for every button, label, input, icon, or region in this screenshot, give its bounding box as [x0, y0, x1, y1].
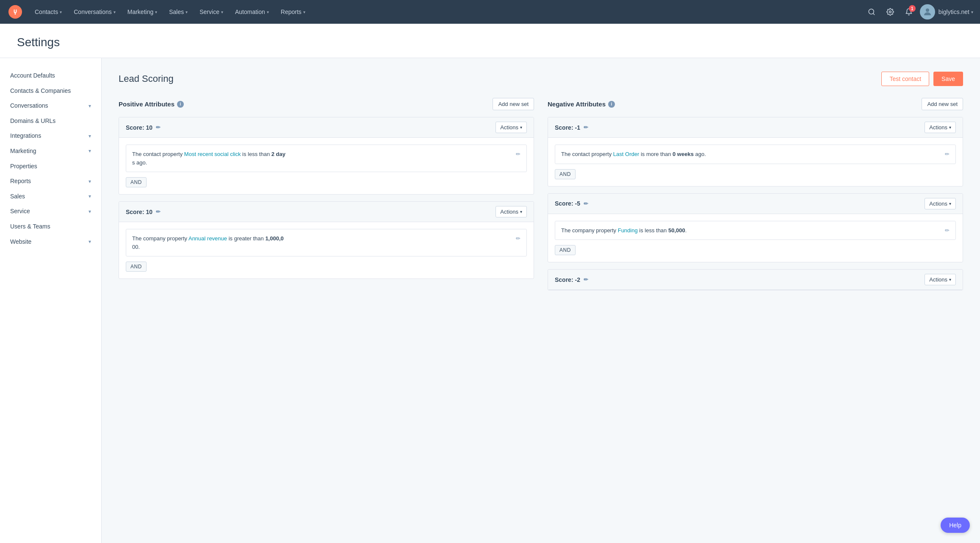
and-button-pos-1[interactable]: AND [126, 177, 147, 187]
chevron-down-icon: ▾ [303, 10, 305, 14]
positive-actions-button-1[interactable]: Actions ▾ [496, 122, 527, 133]
sidebar-item-integrations[interactable]: Integrations ▾ [0, 128, 101, 144]
svg-point-1 [14, 13, 16, 14]
hubspot-logo[interactable] [7, 3, 24, 20]
chevron-down-icon: ▾ [89, 238, 91, 245]
nav-marketing[interactable]: Marketing ▾ [122, 0, 163, 24]
condition-edit-icon-neg-2[interactable]: ✏ [945, 226, 950, 235]
condition-edit-icon-neg-1[interactable]: ✏ [945, 150, 950, 159]
nav-conversations[interactable]: Conversations ▾ [68, 0, 122, 24]
chevron-down-icon: ▾ [89, 148, 91, 155]
condition-edit-icon-pos-2[interactable]: ✏ [516, 234, 520, 243]
svg-point-5 [926, 8, 929, 12]
condition-edit-icon-pos-1[interactable]: ✏ [516, 150, 520, 159]
info-icon-neg[interactable]: i [608, 101, 615, 108]
and-button-neg-2[interactable]: AND [555, 245, 576, 255]
nav-service[interactable]: Service ▾ [194, 0, 229, 24]
svg-point-0 [8, 5, 22, 19]
chevron-down-icon: ▾ [949, 125, 951, 130]
positive-actions-button-2[interactable]: Actions ▾ [496, 206, 527, 217]
positive-score-label-1: Score: 10 ✏ [126, 124, 161, 131]
sidebar-item-account-defaults[interactable]: Account Defaults [0, 68, 101, 84]
settings-sidebar: Account Defaults Contacts & Companies Co… [0, 58, 102, 543]
top-navigation: Contacts ▾ Conversations ▾ Marketing ▾ S… [0, 0, 980, 24]
info-icon[interactable]: i [177, 101, 184, 108]
sidebar-item-conversations[interactable]: Conversations ▾ [0, 98, 101, 114]
negative-add-new-set-button[interactable]: Add new set [922, 98, 963, 110]
neg-score-edit-icon-2[interactable]: ✏ [584, 200, 588, 207]
chevron-down-icon: ▾ [520, 125, 522, 130]
condition-link-pos-2[interactable]: Annual revenue [188, 235, 227, 242]
negative-actions-button-3[interactable]: Actions ▾ [925, 274, 956, 285]
chevron-down-icon: ▾ [520, 209, 522, 214]
sidebar-item-sales[interactable]: Sales ▾ [0, 189, 101, 204]
and-button-pos-2[interactable]: AND [126, 262, 147, 272]
chevron-down-icon: ▾ [89, 208, 91, 215]
chevron-down-icon: ▾ [89, 103, 91, 110]
chevron-down-icon: ▾ [971, 10, 973, 14]
negative-actions-button-1[interactable]: Actions ▾ [925, 122, 956, 133]
page-wrapper: Settings Account Defaults Contacts & Com… [0, 24, 980, 543]
positive-add-new-set-button[interactable]: Add new set [493, 98, 534, 110]
negative-actions-button-2[interactable]: Actions ▾ [925, 198, 956, 209]
negative-attributes-header: Negative Attributes i Add new set [548, 98, 963, 110]
positive-score-card-1-header: Score: 10 ✏ Actions ▾ [119, 117, 534, 138]
chevron-down-icon: ▾ [949, 201, 951, 206]
negative-score-card-1-header: Score: -1 ✏ Actions ▾ [548, 117, 963, 138]
sidebar-item-reports[interactable]: Reports ▾ [0, 174, 101, 189]
sidebar-item-users-teams[interactable]: Users & Teams [0, 219, 101, 234]
notifications-button[interactable]: 1 [901, 4, 916, 19]
user-avatar[interactable] [920, 4, 935, 19]
positive-attributes-title: Positive Attributes i [119, 100, 184, 108]
negative-score-card-3: Score: -2 ✏ Actions ▾ [548, 269, 963, 290]
sidebar-item-website[interactable]: Website ▾ [0, 234, 101, 250]
and-button-neg-1[interactable]: AND [555, 169, 576, 179]
search-button[interactable] [864, 4, 879, 19]
sidebar-item-marketing[interactable]: Marketing ▾ [0, 144, 101, 159]
negative-score-card-1-body: The contact property Last Order is more … [548, 138, 963, 186]
negative-attributes-title: Negative Attributes i [548, 100, 615, 108]
negative-attributes-column: Negative Attributes i Add new set Score:… [548, 98, 963, 297]
chevron-down-icon: ▾ [267, 10, 269, 14]
save-button[interactable]: Save [933, 72, 963, 86]
page-title: Settings [17, 36, 963, 49]
positive-score-card-2: Score: 10 ✏ Actions ▾ The compa [119, 201, 534, 279]
chevron-down-icon: ▾ [89, 193, 91, 200]
chevron-down-icon: ▾ [221, 10, 223, 14]
settings-button[interactable] [883, 4, 898, 19]
nav-automation[interactable]: Automation ▾ [229, 0, 275, 24]
chevron-down-icon: ▾ [949, 277, 951, 282]
sidebar-item-service[interactable]: Service ▾ [0, 204, 101, 219]
negative-score-card-1: Score: -1 ✏ Actions ▾ The conta [548, 117, 963, 187]
score-edit-icon-1[interactable]: ✏ [156, 124, 161, 131]
condition-box-neg-2: The company property Funding is less tha… [555, 221, 956, 240]
sidebar-item-contacts-companies[interactable]: Contacts & Companies [0, 84, 101, 99]
chevron-down-icon: ▾ [114, 10, 116, 14]
main-content: Lead Scoring Test contact Save Positive … [102, 58, 980, 543]
neg-score-edit-icon-3[interactable]: ✏ [584, 276, 588, 283]
svg-point-4 [889, 11, 891, 13]
sidebar-item-domains-urls[interactable]: Domains & URLs [0, 114, 101, 129]
chevron-down-icon: ▾ [60, 10, 62, 14]
negative-score-label-2: Score: -5 ✏ [555, 200, 588, 207]
condition-box-neg-1: The contact property Last Order is more … [555, 145, 956, 164]
nav-reports[interactable]: Reports ▾ [275, 0, 311, 24]
positive-score-card-1: Score: 10 ✏ Actions ▾ The conta [119, 117, 534, 195]
nav-links: Contacts ▾ Conversations ▾ Marketing ▾ S… [29, 0, 864, 24]
condition-link-neg-1[interactable]: Last Order [613, 151, 639, 157]
account-name[interactable]: biglytics.net ▾ [938, 8, 973, 15]
negative-score-card-2-body: The company property Funding is less tha… [548, 214, 963, 262]
chevron-down-icon: ▾ [155, 10, 157, 14]
score-edit-icon-2[interactable]: ✏ [156, 209, 161, 215]
negative-score-card-2: Score: -5 ✏ Actions ▾ The compa [548, 193, 963, 263]
content-area: Account Defaults Contacts & Companies Co… [0, 58, 980, 543]
nav-contacts[interactable]: Contacts ▾ [29, 0, 68, 24]
condition-box-pos-1: The contact property Most recent social … [126, 145, 527, 172]
test-contact-button[interactable]: Test contact [881, 72, 929, 86]
nav-sales[interactable]: Sales ▾ [163, 0, 194, 24]
condition-link-neg-2[interactable]: Funding [618, 227, 638, 234]
condition-link-pos-1[interactable]: Most recent social click [184, 151, 241, 157]
sidebar-item-properties[interactable]: Properties [0, 159, 101, 174]
neg-score-edit-icon-1[interactable]: ✏ [584, 124, 588, 131]
help-button[interactable]: Help [941, 518, 970, 533]
